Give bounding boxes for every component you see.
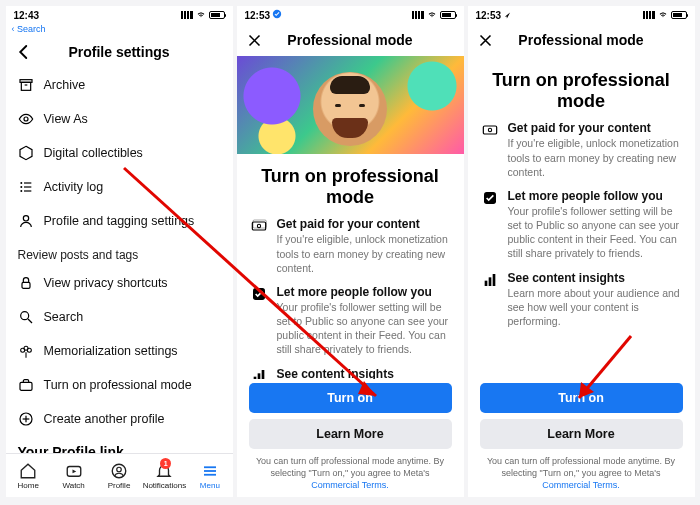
row-privacy-shortcuts[interactable]: View privacy shortcuts: [6, 266, 233, 300]
tab-notifications[interactable]: 1Notifications: [142, 454, 187, 497]
status-time: 12:53: [476, 10, 512, 21]
row-profile-tagging[interactable]: Profile and tagging settings: [6, 204, 233, 238]
watch-icon: [65, 462, 83, 480]
feature-insights: See content insightsLearn more about you…: [482, 271, 681, 329]
svg-rect-31: [252, 222, 265, 230]
section-review: Review posts and tags: [6, 238, 233, 266]
page-title: Profile settings: [34, 44, 205, 60]
check-square-icon: [482, 190, 498, 206]
feature-title: See content insights: [508, 271, 681, 285]
back-icon[interactable]: [14, 42, 34, 62]
wifi-icon: [658, 11, 668, 19]
feature-title: Get paid for your content: [508, 121, 681, 135]
learn-more-button[interactable]: Learn More: [480, 419, 683, 449]
signal-icon: [181, 11, 193, 19]
row-search[interactable]: Search: [6, 300, 233, 334]
row-label: View privacy shortcuts: [44, 276, 168, 290]
page-title: Professional mode: [265, 32, 436, 48]
feature-follow: Let more people follow youYour profile's…: [482, 189, 681, 261]
svg-rect-37: [261, 370, 264, 379]
tab-home[interactable]: Home: [6, 454, 51, 497]
row-label: View As: [44, 112, 88, 126]
feature-desc: If you're eligible, unlock monetization …: [277, 232, 450, 275]
wifi-icon: [427, 11, 437, 19]
page-title: Professional mode: [496, 32, 667, 48]
headline: Turn on professional mode: [486, 70, 677, 111]
header: Professional mode: [237, 24, 464, 56]
money-icon: [482, 122, 498, 138]
flower-icon: [18, 343, 34, 359]
lock-icon: [18, 275, 34, 291]
close-icon[interactable]: [245, 30, 265, 50]
content-body: Turn on professional mode Get paid for y…: [237, 154, 464, 379]
feature-follow: Let more people follow youYour profile's…: [251, 285, 450, 357]
header: Profile settings: [6, 36, 233, 68]
learn-more-button[interactable]: Learn More: [249, 419, 452, 449]
status-bar: 12:53: [468, 6, 695, 24]
briefcase-icon: [18, 377, 34, 393]
svg-point-5: [20, 182, 22, 184]
turn-on-button[interactable]: Turn on: [480, 383, 683, 413]
breadcrumb-search[interactable]: ‹ Search: [6, 24, 233, 36]
row-label: Profile and tagging settings: [44, 214, 195, 228]
feature-desc: Your profile's follower setting will be …: [277, 300, 450, 357]
profile-link-title: Your Profile link: [18, 444, 221, 453]
disclaimer: You can turn off professional mode anyti…: [249, 455, 452, 497]
svg-point-39: [488, 129, 491, 132]
row-label: Archive: [44, 78, 86, 92]
turn-on-button[interactable]: Turn on: [249, 383, 452, 413]
svg-rect-38: [483, 126, 496, 134]
svg-point-7: [20, 186, 22, 188]
row-professional-mode[interactable]: Turn on professional mode: [6, 368, 233, 402]
row-digital-collectibles[interactable]: Digital collectibles: [6, 136, 233, 170]
tab-profile[interactable]: Profile: [96, 454, 141, 497]
button-area: Turn on Learn More You can turn off prof…: [468, 379, 695, 497]
feature-title: Let more people follow you: [277, 285, 450, 299]
row-memorialization[interactable]: Memorialization settings: [6, 334, 233, 368]
user-icon: [18, 213, 34, 229]
feature-title: Get paid for your content: [277, 217, 450, 231]
insights-icon: [482, 272, 498, 288]
battery-icon: [440, 11, 456, 19]
location-icon: [504, 11, 512, 19]
phone-promode-full: 12:53 Professional mode Turn on professi…: [468, 6, 695, 497]
settings-list: Archive View As Digital collectibles Act…: [6, 68, 233, 453]
list-icon: [18, 179, 34, 195]
close-icon[interactable]: [476, 30, 496, 50]
tab-watch[interactable]: Watch: [51, 454, 96, 497]
feature-paid: Get paid for your contentIf you're eligi…: [251, 217, 450, 275]
profile-link-block[interactable]: Your Profile link Your personalized link…: [6, 436, 233, 453]
plus-circle-icon: [18, 411, 34, 427]
phone-profile-settings: 12:43 ‹ Search Profile settings Archive …: [6, 6, 233, 497]
bottom-tabbar: Home Watch Profile 1Notifications Menu: [6, 453, 233, 497]
profile-icon: [110, 462, 128, 480]
status-bar: 12:53: [237, 6, 464, 24]
svg-rect-19: [20, 382, 32, 390]
content-body: Turn on professional mode Get paid for y…: [468, 56, 695, 379]
headline: Turn on professional mode: [255, 166, 446, 207]
commercial-terms-link[interactable]: Commercial Terms.: [311, 480, 388, 490]
row-label: Create another profile: [44, 412, 165, 426]
status-time: 12:53: [245, 9, 283, 21]
svg-point-26: [117, 467, 122, 472]
svg-rect-12: [22, 282, 30, 288]
feature-title: Let more people follow you: [508, 189, 681, 203]
commercial-terms-link[interactable]: Commercial Terms.: [542, 480, 619, 490]
row-label: Turn on professional mode: [44, 378, 192, 392]
row-activity-log[interactable]: Activity log: [6, 170, 233, 204]
row-label: Search: [44, 310, 84, 324]
money-icon: [251, 218, 267, 234]
disclaimer: You can turn off professional mode anyti…: [480, 455, 683, 497]
menu-icon: [201, 462, 219, 480]
tab-menu[interactable]: Menu: [187, 454, 232, 497]
row-label: Activity log: [44, 180, 104, 194]
row-create-profile[interactable]: Create another profile: [6, 402, 233, 436]
row-label: Digital collectibles: [44, 146, 143, 160]
svg-point-17: [27, 348, 31, 352]
row-archive[interactable]: Archive: [6, 68, 233, 102]
hero-image: [237, 56, 464, 154]
row-view-as[interactable]: View As: [6, 102, 233, 136]
feature-insights: See content insights: [251, 367, 450, 379]
hexagon-icon: [18, 145, 34, 161]
signal-icon: [643, 11, 655, 19]
